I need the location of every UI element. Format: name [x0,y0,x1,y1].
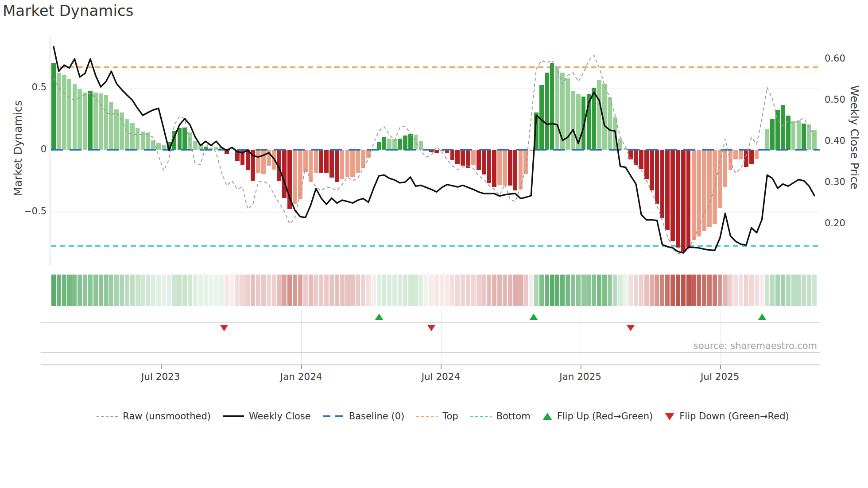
heatmap-cell [597,275,601,306]
legend-item-bottom: Bottom [470,411,531,422]
heatmap-cell [812,275,817,306]
oscillator-bar [487,150,492,183]
heatmap-cell [650,275,654,306]
oscillator-bar [477,150,481,170]
heatmap-cell [293,275,297,306]
heatmap-cell [104,275,108,306]
heatmap-cell [744,275,748,306]
flip-down-marker [427,325,435,331]
heatmap-cell [770,275,775,306]
oscillator-bar [755,150,759,159]
oscillator-bar [775,110,780,150]
oscillator-bar [298,150,302,199]
left-axis-spine [50,36,50,266]
oscillator-bar [57,73,61,150]
heatmap-cell [586,275,591,306]
legend-item-weekly-close: Weekly Close [223,411,311,422]
oscillator-bar [287,150,292,209]
oscillator-bar [366,150,371,158]
x-tick-label: Jan 2024 [280,371,322,382]
oscillator-bar [335,150,339,182]
heatmap-cell [623,275,628,306]
heatmap-cell [151,275,155,306]
heatmap-cell [136,275,140,306]
heatmap-cell [392,275,397,306]
flip-up-icon [542,413,552,420]
heatmap-cell [518,275,523,306]
oscillator-bar [513,150,518,190]
heatmap-cell [634,275,638,306]
oscillator-bar [382,137,387,150]
heatmap-cell [665,275,670,306]
oscillator-bar [398,139,402,150]
oscillator-bar [503,150,507,186]
oscillator-bar [686,150,691,248]
heatmap-cell [487,275,491,306]
heatmap-cell [445,275,450,306]
heatmap-cell [492,275,496,306]
flip-up-marker [530,314,538,320]
oscillator-bar [172,131,177,150]
heatmap-cell [272,275,276,306]
oscillator-bar [93,93,98,150]
heatmap-cell [335,275,339,306]
oscillator-bar [770,119,775,150]
heatmap-cell [83,275,87,306]
heatmap-cell [497,275,502,306]
legend-label: Raw (unsmoothed) [123,411,211,422]
oscillator-bar [471,150,476,165]
heatmap-cell [581,275,586,306]
heatmap-cell [681,275,686,306]
heatmap-cell [739,275,743,306]
heatmap-cell [340,275,345,306]
heatmap-cell [287,275,292,306]
heatmap-cell [707,275,712,306]
heatmap-cell [182,275,187,306]
heatmap-cell [560,275,565,306]
oscillator-bar [692,150,696,240]
oscillator-bar [340,150,345,179]
heatmap-cell [513,275,518,306]
oscillator-bar [650,150,654,190]
oscillator-bar [78,89,82,150]
heatmap-cell [450,275,454,306]
oscillator-bar [455,150,460,164]
heatmap-cell [261,275,266,306]
heatmap-cell [256,275,260,306]
heatmap-cell [466,275,470,306]
oscillator-bar [277,150,282,181]
oscillator-bar [534,112,539,150]
oscillator-bar [702,150,706,231]
heatmap-cell [686,275,691,306]
heatmap-cell [644,275,649,306]
oscillator-bar [728,150,733,170]
legend-item-top: Top [416,411,458,422]
y-right-tick-label: 0.50 [825,94,845,105]
heatmap-cell [628,275,633,306]
heatmap-cell [198,275,203,306]
bottom-line-icon [470,416,492,417]
oscillator-bar [182,128,187,150]
oscillator-bar [592,88,596,150]
heatmap-cell [372,275,376,306]
oscillator-bar [178,128,182,150]
legend-item-flip-down: Flip Down (Green→Red) [665,411,789,422]
gridline [581,310,581,364]
gridline [161,310,162,364]
legend-item-baseline: Baseline (0) [323,411,404,422]
oscillator-bar [781,105,785,150]
oscillator-bar [261,150,266,174]
flip-down-marker [220,325,228,331]
heatmap-cell [555,275,559,306]
oscillator-bar [566,78,570,150]
legend-label: Flip Up (Red→Green) [557,411,653,422]
oscillator-bar [670,150,675,241]
heatmap-cell [728,275,732,306]
heatmap-cell [209,275,213,306]
heatmap-cell [230,275,234,306]
heatmap-cell [434,275,439,306]
page-title: Market Dynamics [3,2,133,19]
oscillator-bar [130,123,135,150]
heatmap-cell [697,275,701,306]
heatmap-cell [172,275,176,306]
